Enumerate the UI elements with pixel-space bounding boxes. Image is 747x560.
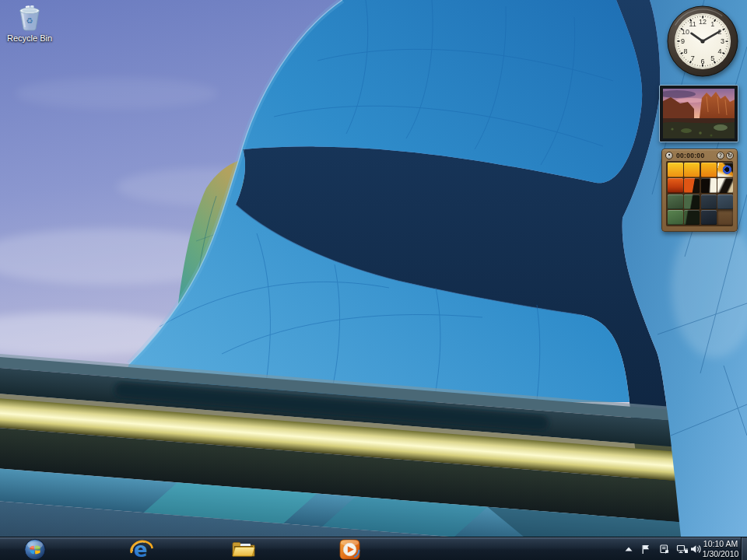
recycle-bin[interactable]: ♻ Recycle Bin <box>5 3 54 43</box>
chevron-up-icon <box>626 548 633 551</box>
taskbar-internet-explorer[interactable]: e <box>128 538 156 560</box>
media-player-icon <box>338 538 361 560</box>
show-hidden-icons-button[interactable] <box>624 546 633 552</box>
svg-text:5: 5 <box>710 54 714 62</box>
device-icon <box>661 545 668 554</box>
puzzle-empty-slot[interactable] <box>717 210 733 225</box>
tray-time: 10:10 AM <box>699 539 742 549</box>
network-tray-button[interactable] <box>675 543 689 555</box>
svg-text:6: 6 <box>700 58 704 65</box>
puzzle-tile[interactable] <box>684 210 700 225</box>
puzzle-tile[interactable] <box>717 178 733 193</box>
puzzle-tile[interactable] <box>684 163 700 177</box>
puzzle-show-picture-button[interactable]: ? <box>717 152 724 159</box>
puzzle-timer: 00:00:00 <box>675 152 715 159</box>
clock-gadget[interactable]: 12 1 2 3 4 5 6 7 8 9 10 11 <box>667 5 738 77</box>
puzzle-tile[interactable] <box>701 210 717 225</box>
device-tray-button[interactable] <box>658 543 671 555</box>
taskbar: e <box>0 537 747 560</box>
puzzle-tile[interactable] <box>701 194 717 209</box>
puzzle-toolbar: 00:00:00 ? ↻ <box>662 149 737 161</box>
puzzle-shuffle-button[interactable]: ↻ <box>726 152 734 159</box>
puzzle-grid <box>666 161 733 226</box>
show-desktop-button[interactable] <box>741 537 747 560</box>
puzzle-tile[interactable] <box>668 210 683 225</box>
puzzle-tile[interactable] <box>684 194 700 209</box>
recycle-bin-label[interactable]: Recycle Bin <box>5 33 54 43</box>
puzzle-gadget[interactable]: 00:00:00 ? ↻ <box>661 149 738 232</box>
svg-text:8: 8 <box>683 47 687 55</box>
network-icon <box>678 546 689 554</box>
recycle-bin-icon: ♻ <box>13 3 46 33</box>
puzzle-tile[interactable] <box>684 178 700 193</box>
puzzle-tile[interactable] <box>668 194 683 209</box>
puzzle-tile[interactable] <box>701 163 717 177</box>
tray-clock[interactable]: 10:10 AM 1/30/2010 <box>699 539 742 560</box>
windows7-desktop: ♻ Recycle Bin 12 1 2 3 4 5 6 <box>0 0 747 560</box>
desktop-wallpaper <box>0 0 747 537</box>
svg-text:9: 9 <box>681 37 685 45</box>
svg-text:4: 4 <box>718 47 722 55</box>
tray-date: 1/30/2010 <box>699 549 742 559</box>
desktop-area: ♻ Recycle Bin 12 1 2 3 4 5 6 <box>0 0 747 537</box>
puzzle-tile[interactable] <box>668 178 683 193</box>
taskbar-windows-media-player[interactable] <box>335 538 363 560</box>
start-button[interactable] <box>23 538 47 560</box>
svg-text:3: 3 <box>721 37 724 45</box>
slideshow-photo-desert-canyon <box>663 89 735 138</box>
folder-icon <box>230 538 257 560</box>
puzzle-tile[interactable] <box>717 194 733 209</box>
taskbar-windows-explorer[interactable] <box>229 538 258 560</box>
puzzle-tile-toucan-eye[interactable] <box>717 163 733 177</box>
flag-icon <box>643 545 649 554</box>
internet-explorer-icon: e <box>128 538 155 560</box>
action-center-tray-button[interactable] <box>640 543 653 555</box>
slideshow-gadget[interactable] <box>659 85 738 142</box>
puzzle-tile[interactable] <box>701 178 717 193</box>
puzzle-timer-icon[interactable] <box>665 152 673 159</box>
svg-text:7: 7 <box>691 54 695 62</box>
windows-start-orb-icon <box>23 538 47 560</box>
svg-text:♻: ♻ <box>26 16 33 25</box>
puzzle-tile[interactable] <box>668 163 683 177</box>
